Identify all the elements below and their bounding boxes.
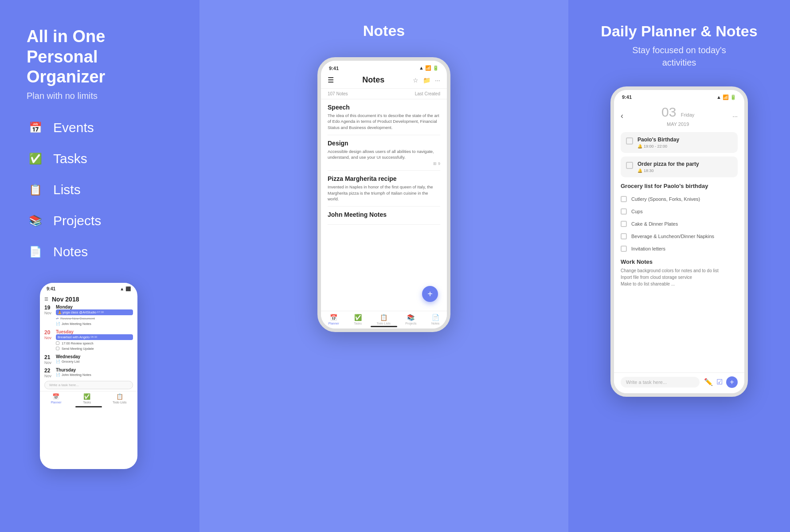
notes-actions: ☆ 📁 ··· xyxy=(413,77,440,84)
todo-tab-icon: 📋 xyxy=(116,393,123,400)
grocery-item-cake[interactable]: Cake & Dinner Plates xyxy=(614,218,744,230)
fab-button[interactable]: + xyxy=(422,286,438,302)
grocery-item-cutlery[interactable]: Cutlery (Spoons, Forks, Knives) xyxy=(614,193,744,205)
day-info-19: Monday 🧘 yoga class @ArtStudio 07:30 ✓ R… xyxy=(56,305,133,327)
mid-projects-icon: 📚 xyxy=(407,314,415,321)
day-task-speech: 17:00 Review speech xyxy=(56,341,133,346)
nav-item-notes[interactable]: 📄 Notes xyxy=(27,243,101,261)
day-label-22: Nov xyxy=(44,374,54,378)
planner-task-input[interactable]: Write a task here... xyxy=(621,377,700,387)
status-bar-left: 9:41 ▲ ⬛ xyxy=(40,283,137,293)
note-john-title: John Meeting Notes xyxy=(328,211,440,218)
phone-right: 9:41 ▲ 📶 🔋 ‹ 03 Friday MAY 2019 ··· xyxy=(610,86,748,397)
hamburger-icon: ☰ xyxy=(44,297,48,301)
planner-date: 03 Friday MAY 2019 xyxy=(661,105,694,128)
note-pizza[interactable]: Pizza Margherita recipe Invented in Napl… xyxy=(328,171,440,207)
right-subtitle: Stay focused on today's activities xyxy=(601,44,757,69)
checkmark-icon[interactable]: ☑ xyxy=(716,378,723,386)
phone-right-inner: 9:41 ▲ 📶 🔋 ‹ 03 Friday MAY 2019 ··· xyxy=(614,90,744,393)
grocery-text-cake: Cake & Dinner Plates xyxy=(631,221,678,227)
more-icon[interactable]: ··· xyxy=(435,77,440,84)
notes-sort: Last Created xyxy=(415,91,440,96)
day-label-21: Nov xyxy=(44,360,54,365)
back-button[interactable]: ‹ xyxy=(621,111,623,121)
bottom-tab-planner[interactable]: 📅 Planner xyxy=(51,393,61,404)
nav-item-events[interactable]: 📅 Events xyxy=(27,119,101,137)
event-checkbox-pizza[interactable] xyxy=(626,162,633,169)
grocery-item-cups[interactable]: Cups xyxy=(614,205,744,218)
bottom-tab-tasks[interactable]: ✅ Tasks xyxy=(83,393,91,404)
grocery-item-invitation[interactable]: Invitation letters xyxy=(614,243,744,255)
planner-event-birthday[interactable]: Paolo's Birthday 🔔 19:00 - 22:00 xyxy=(621,132,738,153)
planner-tab-label: Planner xyxy=(51,401,61,404)
planner-event-pizza[interactable]: Order pizza for the party 🔔 18:30 xyxy=(621,156,738,177)
grocery-checkbox-invitation[interactable] xyxy=(621,246,627,252)
date-month: MAY 2019 xyxy=(667,121,689,127)
title-line2: Personal Organizer xyxy=(27,47,105,86)
notes-list: Speech The idea of this document it's to… xyxy=(321,99,447,225)
note-john[interactable]: John Meeting Notes xyxy=(328,207,440,225)
month-header: ☰ Nov 2018 xyxy=(44,293,133,305)
mid-tab-todo[interactable]: 📋 Todo Lists xyxy=(376,314,391,325)
events-label: Events xyxy=(53,120,94,135)
day-info-22: Thursday 📄 John Meeting Notes xyxy=(56,368,133,378)
day-row-19: 19 Nov Monday 🧘 yoga class @ArtStudio 07… xyxy=(44,305,133,327)
notes-title: Notes xyxy=(362,75,384,85)
grocery-text-beverage: Beverage & Luncheon/Dinner Napkins xyxy=(631,234,714,239)
nav-item-tasks[interactable]: ✅ Tasks xyxy=(27,150,101,168)
planner-tab-icon: 📅 xyxy=(52,393,59,400)
mid-tab-planner[interactable]: 📅 Planner xyxy=(329,314,339,325)
more-button-right[interactable]: ··· xyxy=(732,113,738,120)
nav-item-lists[interactable]: 📋 Lists xyxy=(27,181,101,199)
phone-mid-inner: 9:41 ▲ 📶 🔋 ☰ Notes ☆ 📁 ··· 107 Notes Las… xyxy=(321,61,447,329)
day-num-21: 21 xyxy=(44,354,54,360)
mid-tab-notes[interactable]: 📄 Notes xyxy=(431,314,439,325)
plus-circle-button[interactable]: + xyxy=(726,376,738,388)
phone-left-content: ☰ Nov 2018 19 Nov Monday 🧘 yoga class @A… xyxy=(40,293,137,389)
day-num-20: 20 xyxy=(44,329,54,336)
event-title-pizza: Order pizza for the party xyxy=(637,161,732,167)
planner-events-section: Paolo's Birthday 🔔 19:00 - 22:00 Order p… xyxy=(614,132,744,177)
pencil-icon[interactable]: ✏️ xyxy=(704,378,713,386)
grocery-checkbox-cups[interactable] xyxy=(621,208,627,215)
phone-bottom-tabs-left: 📅 Planner ✅ Tasks 📋 Todo Lists xyxy=(40,391,137,405)
grocery-checkbox-beverage[interactable] xyxy=(621,233,627,239)
work-notes-text: Change background colors for notes and t… xyxy=(621,267,738,287)
planner-input-row: Write a task here... ✏️ ☑ + xyxy=(614,372,744,393)
home-indicator-left xyxy=(75,406,102,407)
mid-tasks-label: Tasks xyxy=(354,322,362,325)
status-bar-mid: 9:41 ▲ 📶 🔋 xyxy=(321,61,447,74)
grocery-checkbox-cake[interactable] xyxy=(621,221,627,227)
day-task-jmn: 📄 John Meeting Notes xyxy=(56,372,133,377)
tasks-label: Tasks xyxy=(53,151,87,166)
star-icon[interactable]: ☆ xyxy=(413,77,418,84)
notes-label: Notes xyxy=(53,244,88,259)
mid-tab-projects[interactable]: 📚 Projects xyxy=(405,314,416,325)
mid-projects-label: Projects xyxy=(405,322,416,325)
day-name-21: Wednesday xyxy=(56,354,133,359)
signal-right: ▲ 📶 🔋 xyxy=(716,94,736,100)
event-title-birthday: Paolo's Birthday xyxy=(637,137,732,143)
folder-icon[interactable]: 📁 xyxy=(423,77,430,84)
bottom-tab-todo[interactable]: 📋 Todo Lists xyxy=(113,393,127,404)
note-pizza-body: Invented in Naples in honor of the first… xyxy=(328,184,440,202)
grocery-checkbox-cutlery[interactable] xyxy=(621,196,627,202)
events-icon: 📅 xyxy=(27,119,44,137)
notes-header: ☰ Notes ☆ 📁 ··· xyxy=(321,74,447,89)
note-speech[interactable]: Speech The idea of this document it's to… xyxy=(328,99,440,135)
grocery-item-beverage[interactable]: Beverage & Luncheon/Dinner Napkins xyxy=(614,230,744,243)
status-bar-right: 9:41 ▲ 📶 🔋 xyxy=(614,90,744,103)
title-line1: All in One xyxy=(27,27,105,46)
note-speech-title: Speech xyxy=(328,104,440,111)
work-notes-title: Work Notes xyxy=(621,258,738,265)
subtitle: Plan with no limits xyxy=(27,91,177,101)
mid-tasks-icon: ✅ xyxy=(354,314,362,321)
grocery-text-cups: Cups xyxy=(631,209,643,214)
lists-icon: 📋 xyxy=(27,181,44,199)
nav-item-projects[interactable]: 📚 Projects xyxy=(27,212,101,230)
note-design-title: Design xyxy=(328,140,440,147)
note-design[interactable]: Design Accessible design allows users of… xyxy=(328,135,440,171)
event-checkbox-birthday[interactable] xyxy=(626,137,633,145)
phone-task-input-left[interactable]: Write a task here... xyxy=(44,381,133,389)
mid-tab-tasks[interactable]: ✅ Tasks xyxy=(354,314,362,325)
